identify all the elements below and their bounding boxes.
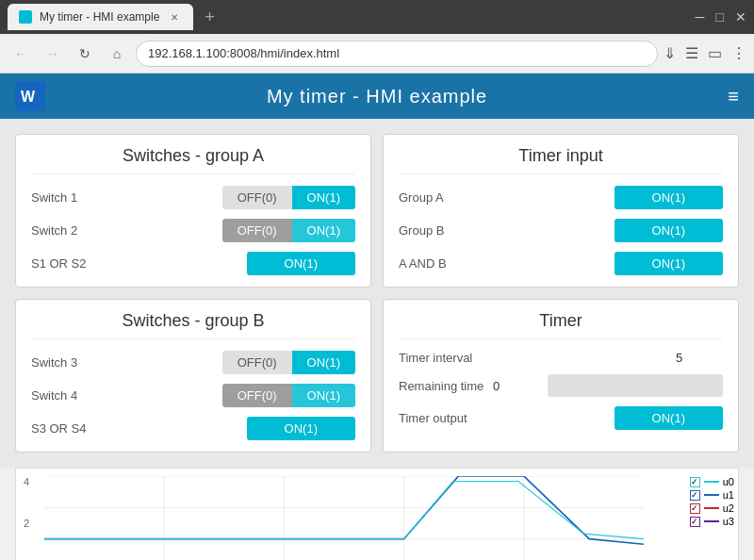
legend-u2-check[interactable]: ✓: [690, 503, 700, 514]
back-button[interactable]: ←: [8, 41, 34, 67]
toolbar-right: ⇓ ☰ ▭ ⋮: [664, 44, 746, 62]
switch2-group: OFF(0) ON(1): [222, 219, 355, 242]
switch1-label: Switch 1: [31, 190, 97, 205]
switches-group-b-title: Switches - group B: [31, 311, 355, 339]
timer-interval-row: Timer interval 5: [399, 351, 723, 365]
legend-u1-line: [704, 494, 719, 496]
switch4-group: OFF(0) ON(1): [222, 384, 355, 407]
switch2-on-button[interactable]: ON(1): [292, 219, 355, 242]
close-button[interactable]: ✕: [735, 9, 746, 25]
legend-u1-check[interactable]: ✓: [690, 490, 700, 501]
y-label-2: 2: [24, 518, 29, 529]
timer-interval-label: Timer interval: [399, 351, 493, 365]
group-b-button[interactable]: ON(1): [615, 219, 723, 242]
app-title: My timer - HMI example: [267, 86, 487, 107]
switch3-off-button[interactable]: OFF(0): [222, 351, 292, 374]
group-a-row: Group A ON(1): [399, 186, 723, 209]
legend-u1: ✓ u1: [690, 489, 734, 501]
switches-group-a-card: Switches - group A Switch 1 OFF(0) ON(1)…: [15, 134, 371, 288]
minimize-button[interactable]: ─: [696, 9, 705, 25]
home-button[interactable]: ⌂: [104, 41, 130, 67]
s1ors2-button[interactable]: ON(1): [247, 252, 355, 275]
timer-input-title: Timer input: [399, 146, 723, 174]
s1ors2-row: S1 OR S2 ON(1): [31, 252, 355, 275]
legend-u2: ✓ u2: [690, 502, 734, 514]
app-header: W My timer - HMI example ≡: [0, 74, 754, 119]
address-text: 192.168.1.100:8008/hmi/index.html: [148, 46, 339, 60]
legend-u0: ✓ u0: [690, 476, 734, 487]
legend-u2-label: u2: [723, 502, 734, 514]
timer-remaining-row: Remaining time 0: [399, 374, 723, 397]
logo-svg: W: [15, 81, 45, 111]
switch2-label: Switch 2: [31, 223, 97, 238]
switch1-row: Switch 1 OFF(0) ON(1): [31, 186, 355, 209]
new-tab-button[interactable]: +: [205, 8, 215, 27]
cast-icon[interactable]: ▭: [708, 44, 722, 62]
legend-u2-line: [704, 507, 719, 509]
legend-u3-label: u3: [723, 516, 734, 527]
tab-favicon: [19, 10, 32, 24]
legend-u3-check[interactable]: ✓: [690, 517, 700, 527]
chart-svg-area: [44, 476, 644, 560]
group-a-button[interactable]: ON(1): [615, 186, 723, 209]
refresh-button[interactable]: ↻: [72, 41, 98, 67]
s3ors4-button[interactable]: ON(1): [247, 417, 355, 440]
group-b-row: Group B ON(1): [399, 219, 723, 242]
download-icon[interactable]: ⇓: [664, 44, 676, 62]
switch3-label: Switch 3: [31, 355, 97, 370]
svg-text:W: W: [21, 89, 36, 105]
switch1-off-button[interactable]: OFF(0): [222, 186, 292, 209]
switch2-off-button[interactable]: OFF(0): [222, 219, 292, 242]
switch1-group: OFF(0) ON(1): [222, 186, 355, 209]
window-controls: ─ □ ✕: [696, 9, 746, 25]
chart-area: 4 2 0 15:22:55 15:23 15:23:05 15:23:10: [15, 468, 739, 560]
forward-button[interactable]: →: [40, 41, 66, 67]
switch4-row: Switch 4 OFF(0) ON(1): [31, 384, 355, 407]
switch4-on-button[interactable]: ON(1): [292, 384, 355, 407]
timer-remaining-label: Remaining time: [399, 379, 493, 393]
switch3-group: OFF(0) ON(1): [222, 351, 355, 374]
aandb-row: A AND B ON(1): [399, 252, 723, 275]
menu-icon[interactable]: ⋮: [731, 44, 746, 62]
switch4-label: Switch 4: [31, 388, 97, 403]
timer-output-label: Timer output: [399, 411, 493, 425]
switch1-on-button[interactable]: ON(1): [292, 186, 355, 209]
bookmarks-icon[interactable]: ☰: [685, 44, 698, 62]
chart-svg: [44, 476, 644, 560]
s3ors4-row: S3 OR S4 ON(1): [31, 417, 355, 440]
chart-legend: ✓ u0 ✓ u1 ✓ u2 ✓ u3: [690, 476, 734, 529]
timer-output-button[interactable]: ON(1): [615, 406, 723, 430]
tab-close-button[interactable]: ✕: [167, 9, 182, 25]
switches-group-b-card: Switches - group B Switch 3 OFF(0) ON(1)…: [15, 299, 371, 453]
s1ors2-label: S1 OR S2: [31, 256, 97, 271]
legend-u0-check[interactable]: ✓: [690, 477, 700, 487]
timer-bar-container: [548, 374, 723, 397]
group-b-label: Group B: [399, 223, 465, 238]
s3ors4-label: S3 OR S4: [31, 421, 97, 436]
legend-u0-label: u0: [723, 476, 734, 487]
hamburger-menu-icon[interactable]: ≡: [728, 86, 739, 107]
aandb-button[interactable]: ON(1): [615, 252, 723, 275]
legend-u0-line: [704, 481, 719, 483]
switch4-off-button[interactable]: OFF(0): [222, 384, 292, 407]
timer-card: Timer Timer interval 5 Remaining time 0 …: [383, 299, 739, 453]
legend-u1-label: u1: [723, 489, 734, 501]
switches-group-a-title: Switches - group A: [31, 146, 355, 174]
y-label-4: 4: [24, 476, 29, 487]
aandb-label: A AND B: [399, 256, 465, 271]
legend-u3-line: [704, 520, 719, 522]
browser-titlebar: My timer - HMI example ✕ + ─ □ ✕: [0, 0, 754, 34]
timer-remaining-value: 0: [493, 379, 540, 393]
switch3-on-button[interactable]: ON(1): [292, 351, 355, 374]
switch2-row: Switch 2 OFF(0) ON(1): [31, 219, 355, 242]
group-a-label: Group A: [399, 190, 465, 205]
timer-interval-value: 5: [676, 351, 723, 365]
timer-title: Timer: [399, 311, 723, 339]
maximize-button[interactable]: □: [716, 9, 724, 25]
browser-tab[interactable]: My timer - HMI example ✕: [8, 4, 193, 30]
timer-output-row: Timer output ON(1): [399, 406, 723, 430]
legend-u3: ✓ u3: [690, 516, 734, 527]
address-bar[interactable]: 192.168.1.100:8008/hmi/index.html: [136, 41, 658, 67]
app-logo: W: [15, 81, 45, 111]
chart-y-axis: 4 2 0: [24, 476, 29, 560]
